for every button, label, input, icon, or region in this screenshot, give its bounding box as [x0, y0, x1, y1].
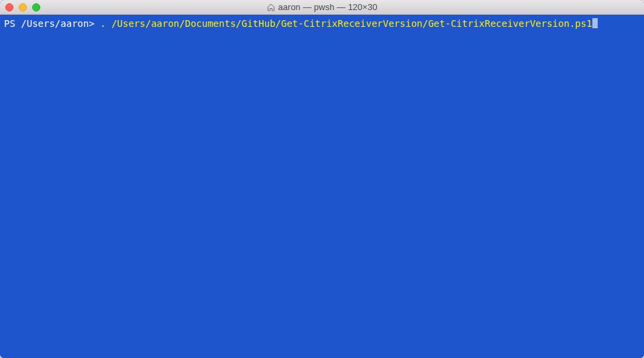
minimize-button[interactable]	[19, 3, 27, 11]
traffic-lights	[0, 3, 40, 11]
maximize-button[interactable]	[32, 3, 40, 11]
cursor	[592, 18, 598, 28]
window-title: aaron — pwsh — 120×30	[278, 2, 378, 12]
close-button[interactable]	[5, 3, 13, 11]
title-wrap: aaron — pwsh — 120×30	[0, 2, 644, 12]
prompt: PS /Users/aaron>	[4, 18, 100, 29]
command-text: . /Users/aaron/Documents/GitHub/Get-Citr…	[100, 18, 592, 29]
terminal-window: aaron — pwsh — 120×30 PS /Users/aaron> .…	[0, 0, 644, 358]
terminal-content[interactable]: PS /Users/aaron> . /Users/aaron/Document…	[0, 15, 644, 358]
titlebar: aaron — pwsh — 120×30	[0, 0, 644, 15]
home-icon	[267, 3, 275, 11]
